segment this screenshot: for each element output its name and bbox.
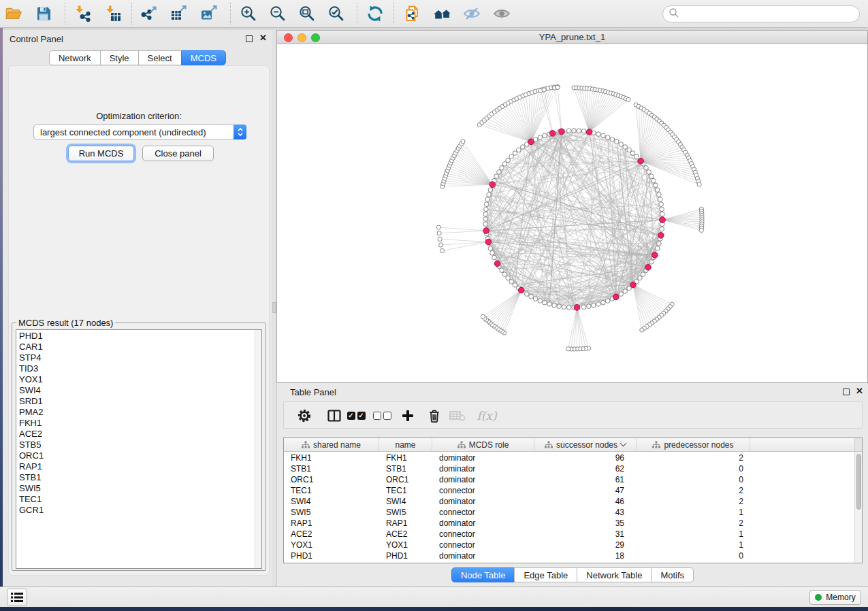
table-panel-close-icon[interactable]: ✕ [856,388,863,395]
mcds-result-item[interactable]: ORC1 [19,450,261,461]
search-input[interactable] [683,9,859,19]
tab-mcds[interactable]: MCDS [181,50,226,65]
optimization-criterion-select[interactable]: largest connected component (undirected) [33,125,246,139]
window-close-icon[interactable] [284,33,293,42]
table-row[interactable]: YOX1YOX1connector291 [284,540,854,550]
hide-selected-icon[interactable] [460,2,483,25]
export-network-icon[interactable] [138,2,161,25]
mcds-result-item[interactable]: YOX1 [19,374,261,385]
sort-descending-icon [620,440,627,447]
column-header-mcds-role[interactable]: MCDS role [432,438,534,451]
mcds-result-item[interactable]: STB1 [19,472,261,483]
zoom-out-icon[interactable] [266,2,289,25]
tab-edge-table[interactable]: Edge Table [514,567,577,582]
table-row[interactable]: STB1STB1dominator620 [284,463,854,474]
mcds-result-item[interactable]: ACE2 [19,429,261,440]
zoom-in-icon[interactable] [237,2,260,25]
tab-style[interactable]: Style [100,50,139,65]
mcds-result-item[interactable]: PMA2 [19,407,261,418]
table-cell: 2 [637,518,750,529]
window-minimize-icon[interactable] [298,33,306,42]
mcds-result-item[interactable]: SRD1 [19,396,261,407]
control-panel-close-icon[interactable]: ✕ [259,35,267,42]
zoom-fit-icon[interactable] [295,2,319,25]
table-cell: 1 [637,540,750,550]
delete-table-icon[interactable] [449,408,466,424]
select-all-icon[interactable]: ✓✓ [347,408,365,424]
tab-node-table[interactable]: Node Table [451,567,515,582]
network-graph[interactable] [277,44,867,382]
table-row[interactable]: ACE2ACE2connector311 [284,529,854,540]
table-row[interactable]: TEC1TEC1connector472 [284,485,854,496]
table-row[interactable]: ORC1ORC1dominator610 [284,474,854,485]
deselect-all-icon[interactable] [373,408,391,424]
mcds-result-item[interactable]: FKH1 [19,418,261,429]
table-options-gear-icon[interactable] [295,408,313,424]
run-mcds-button[interactable]: Run MCDS [68,146,134,161]
table-row[interactable]: SWI5SWI5connector431 [284,507,854,518]
open-file-icon[interactable] [2,2,25,25]
mcds-result-item[interactable]: STB5 [19,440,261,450]
control-panel: Control Panel ✕ Network Style Select MCD… [3,30,272,587]
network-canvas[interactable] [277,44,867,382]
log-console-button[interactable] [7,589,27,606]
table-panel-float-icon[interactable] [843,389,850,395]
tab-network[interactable]: Network [49,50,101,65]
mcds-result-list[interactable]: PHD1CAR1STP4TID3YOX1SWI4SRD1PMA2FKH1ACE2… [16,329,262,569]
table-cell: SWI4 [284,496,379,507]
show-columns-icon[interactable] [325,408,343,424]
mcds-result-item[interactable]: PHD1 [19,331,261,342]
mcds-list-scrollbar[interactable] [255,330,261,568]
window-zoom-icon[interactable] [311,33,320,42]
export-table-icon[interactable] [167,2,191,25]
table-cell: RAP1 [379,518,432,529]
delete-column-icon[interactable] [425,408,443,424]
mcds-result-item[interactable]: STP4 [19,352,261,363]
column-header-predecessor-nodes[interactable]: predecessor nodes [637,438,750,451]
mcds-result-item[interactable]: CAR1 [19,342,261,352]
first-neighbors-icon[interactable] [431,2,454,25]
duplicate-network-icon[interactable] [401,2,424,25]
memory-button[interactable]: Memory [809,590,861,605]
tab-network-table[interactable]: Network Table [577,567,652,582]
mcds-result-item[interactable]: GCR1 [19,505,261,516]
column-label: predecessor nodes [664,440,733,450]
table-scrollbar[interactable] [854,452,862,563]
mcds-result-item[interactable]: RAP1 [19,461,261,472]
column-label: name [395,440,415,450]
table-row[interactable]: PHD1PHD1dominator180 [284,550,854,561]
table-cell [750,529,854,540]
export-image-icon[interactable] [197,2,221,25]
table-row[interactable]: FKH1FKH1dominator962 [284,452,854,463]
mcds-result-item[interactable]: SWI5 [19,483,261,494]
show-all-icon[interactable] [490,2,513,25]
node-table: shared name name MCDS role successor nod… [283,437,863,563]
column-header-shared-name[interactable]: shared name [284,438,379,451]
zoom-selected-icon[interactable] [325,2,348,25]
import-table-icon[interactable] [101,2,125,25]
table-panel-title: Table Panel [290,387,336,397]
mcds-result-item[interactable]: TEC1 [19,494,261,505]
import-network-icon[interactable] [71,2,94,25]
column-header-successor-nodes[interactable]: successor nodes [534,438,637,451]
table-cell: dominator [432,496,534,507]
table-cell [750,540,854,550]
save-session-icon[interactable] [32,2,55,25]
tab-motifs[interactable]: Motifs [651,567,694,582]
column-header-name[interactable]: name [379,438,432,451]
add-column-icon[interactable] [399,408,417,424]
table-cell: SWI4 [379,496,432,507]
table-cell: SWI5 [379,507,432,518]
table-cell: 18 [534,550,637,561]
control-panel-float-icon[interactable] [246,35,253,42]
table-row[interactable]: SWI4SWI4dominator462 [284,496,854,507]
mcds-result-item[interactable]: TID3 [19,363,261,374]
close-panel-button[interactable]: Close panel [142,146,214,161]
table-scrollbar-thumb[interactable] [856,454,861,510]
tab-select[interactable]: Select [138,50,182,65]
table-row[interactable]: RAP1RAP1dominator352 [284,518,854,529]
refresh-layout-icon[interactable] [364,2,387,25]
mcds-result-item[interactable]: SWI4 [19,385,261,396]
table-cell: 1 [637,507,750,518]
apply-function-icon[interactable]: f(x) [475,408,499,424]
